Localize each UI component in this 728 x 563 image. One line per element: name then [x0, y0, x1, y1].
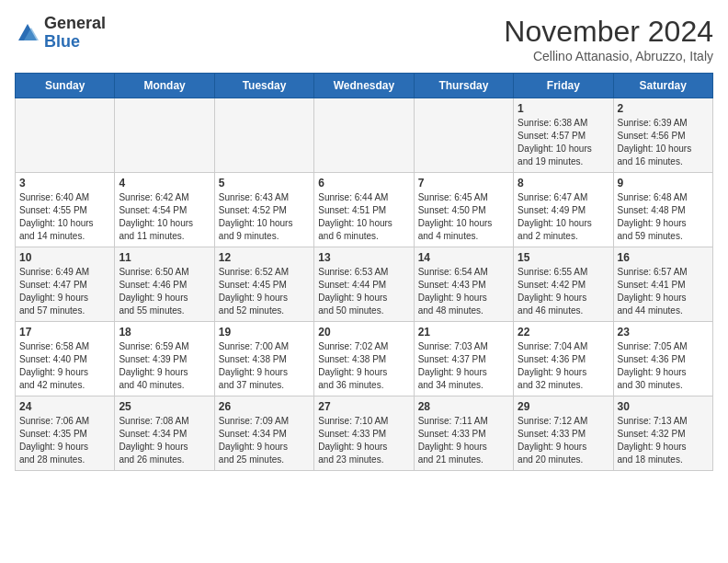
day-info: Sunrise: 6:38 AM Sunset: 4:57 PM Dayligh…: [518, 117, 609, 168]
day-number: 23: [618, 326, 709, 339]
day-number: 2: [618, 102, 709, 115]
day-info: Sunrise: 6:50 AM Sunset: 4:46 PM Dayligh…: [119, 266, 210, 317]
day-info: Sunrise: 6:52 AM Sunset: 4:45 PM Dayligh…: [219, 266, 310, 317]
day-number: 13: [318, 251, 409, 264]
logo-text: General Blue: [44, 15, 106, 52]
day-number: 27: [318, 400, 409, 413]
calendar-cell: 7Sunrise: 6:45 AM Sunset: 4:50 PM Daylig…: [414, 173, 513, 247]
day-number: 1: [518, 102, 609, 115]
day-info: Sunrise: 7:08 AM Sunset: 4:34 PM Dayligh…: [119, 415, 210, 466]
calendar-cell: 4Sunrise: 6:42 AM Sunset: 4:54 PM Daylig…: [115, 173, 214, 247]
day-info: Sunrise: 7:06 AM Sunset: 4:35 PM Dayligh…: [19, 415, 110, 466]
calendar-cell: 25Sunrise: 7:08 AM Sunset: 4:34 PM Dayli…: [115, 396, 214, 471]
day-number: 9: [618, 177, 709, 190]
day-number: 4: [119, 177, 210, 190]
calendar-cell: 24Sunrise: 7:06 AM Sunset: 4:35 PM Dayli…: [16, 396, 115, 471]
calendar-cell: 14Sunrise: 6:54 AM Sunset: 4:43 PM Dayli…: [414, 247, 513, 322]
day-info: Sunrise: 7:00 AM Sunset: 4:38 PM Dayligh…: [219, 340, 310, 392]
calendar-cell: 10Sunrise: 6:49 AM Sunset: 4:47 PM Dayli…: [16, 247, 115, 322]
title-block: November 2024 Cellino Attanasio, Abruzzo…: [504, 15, 713, 63]
day-number: 12: [219, 251, 310, 264]
calendar-cell: 1Sunrise: 6:38 AM Sunset: 4:57 PM Daylig…: [514, 98, 613, 173]
day-number: 8: [518, 177, 609, 190]
calendar-cell: [115, 98, 214, 173]
week-row-4: 17Sunrise: 6:58 AM Sunset: 4:40 PM Dayli…: [16, 322, 713, 396]
calendar-cell: 9Sunrise: 6:48 AM Sunset: 4:48 PM Daylig…: [613, 173, 712, 247]
calendar-cell: [16, 98, 115, 173]
day-number: 16: [618, 251, 709, 264]
week-row-2: 3Sunrise: 6:40 AM Sunset: 4:55 PM Daylig…: [16, 173, 713, 247]
calendar-cell: 27Sunrise: 7:10 AM Sunset: 4:33 PM Dayli…: [314, 396, 414, 471]
calendar-cell: 13Sunrise: 6:53 AM Sunset: 4:44 PM Dayli…: [314, 247, 414, 322]
day-info: Sunrise: 6:55 AM Sunset: 4:42 PM Dayligh…: [518, 266, 609, 317]
calendar-cell: 15Sunrise: 6:55 AM Sunset: 4:42 PM Dayli…: [514, 247, 613, 322]
day-info: Sunrise: 7:10 AM Sunset: 4:33 PM Dayligh…: [318, 415, 409, 466]
day-info: Sunrise: 6:53 AM Sunset: 4:44 PM Dayligh…: [318, 266, 409, 317]
logo-icon: [15, 20, 40, 46]
week-row-3: 10Sunrise: 6:49 AM Sunset: 4:47 PM Dayli…: [16, 247, 713, 322]
weekday-header-row: SundayMondayTuesdayWednesdayThursdayFrid…: [16, 74, 713, 98]
day-info: Sunrise: 6:45 AM Sunset: 4:50 PM Dayligh…: [418, 191, 509, 243]
calendar-cell: 17Sunrise: 6:58 AM Sunset: 4:40 PM Dayli…: [16, 322, 115, 396]
weekday-header-saturday: Saturday: [613, 74, 712, 98]
calendar-cell: 23Sunrise: 7:05 AM Sunset: 4:36 PM Dayli…: [613, 322, 712, 396]
weekday-header-friday: Friday: [514, 74, 613, 98]
day-info: Sunrise: 6:44 AM Sunset: 4:51 PM Dayligh…: [318, 191, 409, 243]
weekday-header-thursday: Thursday: [414, 74, 513, 98]
weekday-header-monday: Monday: [115, 74, 214, 98]
calendar-cell: 5Sunrise: 6:43 AM Sunset: 4:52 PM Daylig…: [214, 173, 313, 247]
weekday-header-sunday: Sunday: [16, 74, 115, 98]
calendar-cell: 16Sunrise: 6:57 AM Sunset: 4:41 PM Dayli…: [613, 247, 712, 322]
calendar-cell: 18Sunrise: 6:59 AM Sunset: 4:39 PM Dayli…: [115, 322, 214, 396]
day-number: 11: [119, 251, 210, 264]
day-number: 28: [418, 400, 509, 413]
day-number: 6: [318, 177, 409, 190]
day-info: Sunrise: 7:11 AM Sunset: 4:33 PM Dayligh…: [418, 415, 509, 466]
day-number: 22: [518, 326, 609, 339]
day-number: 26: [219, 400, 310, 413]
calendar-cell: 19Sunrise: 7:00 AM Sunset: 4:38 PM Dayli…: [214, 322, 313, 396]
calendar-title: November 2024: [504, 15, 713, 49]
calendar-cell: 30Sunrise: 7:13 AM Sunset: 4:32 PM Dayli…: [613, 396, 712, 471]
week-row-5: 24Sunrise: 7:06 AM Sunset: 4:35 PM Dayli…: [16, 396, 713, 471]
calendar-cell: 12Sunrise: 6:52 AM Sunset: 4:45 PM Dayli…: [214, 247, 313, 322]
logo-general: General: [44, 14, 106, 32]
weekday-header-wednesday: Wednesday: [314, 74, 414, 98]
page-header: General Blue November 2024 Cellino Attan…: [15, 15, 713, 63]
day-info: Sunrise: 6:40 AM Sunset: 4:55 PM Dayligh…: [19, 191, 110, 243]
day-info: Sunrise: 6:47 AM Sunset: 4:49 PM Dayligh…: [518, 191, 609, 243]
day-info: Sunrise: 6:59 AM Sunset: 4:39 PM Dayligh…: [119, 340, 210, 392]
calendar-cell: [214, 98, 313, 173]
day-number: 18: [119, 326, 210, 339]
day-info: Sunrise: 6:39 AM Sunset: 4:56 PM Dayligh…: [618, 117, 709, 168]
day-number: 21: [418, 326, 509, 339]
calendar-cell: 21Sunrise: 7:03 AM Sunset: 4:37 PM Dayli…: [414, 322, 513, 396]
calendar-cell: 29Sunrise: 7:12 AM Sunset: 4:33 PM Dayli…: [514, 396, 613, 471]
day-info: Sunrise: 6:54 AM Sunset: 4:43 PM Dayligh…: [418, 266, 509, 317]
day-info: Sunrise: 6:48 AM Sunset: 4:48 PM Dayligh…: [618, 191, 709, 243]
day-info: Sunrise: 6:49 AM Sunset: 4:47 PM Dayligh…: [19, 266, 110, 317]
calendar-cell: 26Sunrise: 7:09 AM Sunset: 4:34 PM Dayli…: [214, 396, 313, 471]
calendar-cell: 6Sunrise: 6:44 AM Sunset: 4:51 PM Daylig…: [314, 173, 414, 247]
calendar-table: SundayMondayTuesdayWednesdayThursdayFrid…: [15, 73, 713, 471]
calendar-cell: 20Sunrise: 7:02 AM Sunset: 4:38 PM Dayli…: [314, 322, 414, 396]
weekday-header-tuesday: Tuesday: [214, 74, 313, 98]
day-number: 10: [19, 251, 110, 264]
day-number: 24: [19, 400, 110, 413]
day-number: 19: [219, 326, 310, 339]
day-info: Sunrise: 7:03 AM Sunset: 4:37 PM Dayligh…: [418, 340, 509, 392]
day-number: 20: [318, 326, 409, 339]
calendar-cell: 2Sunrise: 6:39 AM Sunset: 4:56 PM Daylig…: [613, 98, 712, 173]
calendar-subtitle: Cellino Attanasio, Abruzzo, Italy: [504, 49, 713, 63]
day-number: 7: [418, 177, 509, 190]
calendar-cell: 28Sunrise: 7:11 AM Sunset: 4:33 PM Dayli…: [414, 396, 513, 471]
day-info: Sunrise: 6:57 AM Sunset: 4:41 PM Dayligh…: [618, 266, 709, 317]
calendar-cell: 3Sunrise: 6:40 AM Sunset: 4:55 PM Daylig…: [16, 173, 115, 247]
day-info: Sunrise: 7:02 AM Sunset: 4:38 PM Dayligh…: [318, 340, 409, 392]
day-number: 30: [618, 400, 709, 413]
day-number: 29: [518, 400, 609, 413]
calendar-cell: 22Sunrise: 7:04 AM Sunset: 4:36 PM Dayli…: [514, 322, 613, 396]
day-info: Sunrise: 7:04 AM Sunset: 4:36 PM Dayligh…: [518, 340, 609, 392]
day-number: 25: [119, 400, 210, 413]
day-number: 5: [219, 177, 310, 190]
